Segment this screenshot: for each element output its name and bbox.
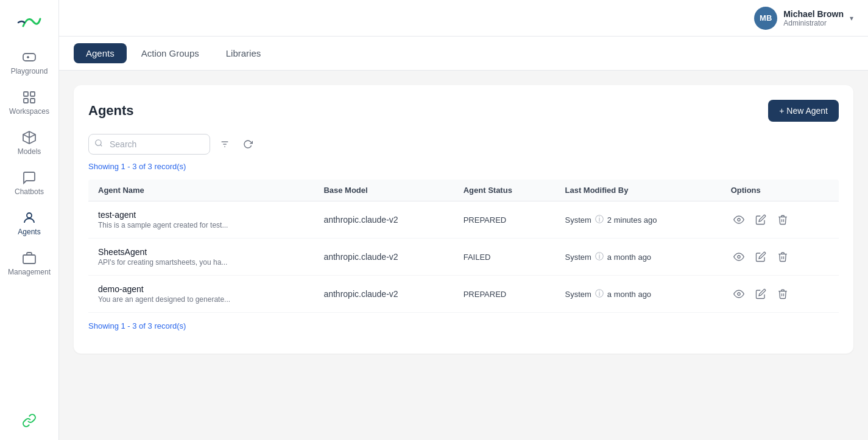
base-model-cell-0: anthropic.claude-v2 <box>314 201 453 239</box>
agent-desc-2: You are an agent designed to generate... <box>98 295 304 304</box>
agents-icon <box>22 211 37 225</box>
records-count-top: Showing 1 - 3 of 3 record(s) <box>88 162 839 171</box>
sidebar-item-workspaces-label: Workspaces <box>9 107 49 116</box>
modified-time-1: a month ago <box>607 253 651 262</box>
modified-cell-0: System ⓘ 2 minutes ago <box>555 201 721 239</box>
view-button-1[interactable] <box>731 249 747 265</box>
svg-rect-4 <box>30 99 35 103</box>
svg-rect-1 <box>24 92 28 96</box>
agent-name-cell-2: demo-agent You are an agent designed to … <box>88 276 314 313</box>
sidebar-item-chatbots[interactable]: Chatbots <box>0 163 58 203</box>
content-area: Agents + New Agent <box>59 71 868 440</box>
svg-point-6 <box>96 140 101 145</box>
modified-time-2: a month ago <box>607 290 651 299</box>
user-role: Administrator <box>783 19 844 27</box>
gamepad-icon <box>22 50 37 65</box>
status-cell-2: PREPARED <box>454 276 556 313</box>
sidebar-item-models[interactable]: Models <box>0 123 58 163</box>
svg-rect-2 <box>30 92 35 96</box>
col-agent-status: Agent Status <box>454 180 556 201</box>
sidebar-item-management-label: Management <box>8 268 51 276</box>
options-cell-0 <box>721 201 839 239</box>
trash-icon-1 <box>777 251 788 262</box>
modified-cell-2: System ⓘ a month ago <box>555 276 721 313</box>
workspaces-icon <box>22 90 37 105</box>
sidebar-item-playground[interactable]: Playground <box>0 43 58 83</box>
info-icon-0: ⓘ <box>595 214 604 225</box>
col-base-model: Base Model <box>314 180 453 201</box>
tab-libraries[interactable]: Libraries <box>214 43 273 63</box>
content-header: Agents + New Agent <box>88 100 839 122</box>
agent-name-1: SheetsAgent <box>98 247 304 257</box>
edit-icon-0 <box>755 214 766 225</box>
modified-cell-1: System ⓘ a month ago <box>555 239 721 276</box>
filter-icon <box>220 139 230 149</box>
col-agent-name: Agent Name <box>88 180 314 201</box>
table-row: test-agent This is a sample agent create… <box>88 201 839 239</box>
edit-icon-2 <box>755 288 766 299</box>
new-agent-button[interactable]: + New Agent <box>768 100 839 122</box>
sidebar-item-management[interactable]: Management <box>0 243 58 284</box>
modifier-name-1: System <box>565 253 591 262</box>
svg-point-11 <box>737 256 740 259</box>
agent-name-cell-1: SheetsAgent API's for creating smartshee… <box>88 239 314 276</box>
delete-button-2[interactable] <box>775 286 791 302</box>
chevron-down-icon: ▾ <box>850 14 853 23</box>
delete-button-1[interactable] <box>775 249 791 265</box>
chatbots-icon <box>22 170 37 185</box>
avatar: MB <box>754 7 777 30</box>
user-menu[interactable]: MB Michael Brown Administrator ▾ <box>754 7 853 30</box>
svg-rect-3 <box>24 99 28 103</box>
col-last-modified: Last Modified By <box>555 180 721 201</box>
tab-bar: Agents Action Groups Libraries <box>59 37 868 71</box>
sidebar-item-agents-label: Agents <box>18 228 40 236</box>
edit-button-1[interactable] <box>753 249 769 265</box>
sidebar-item-models-label: Models <box>18 147 41 156</box>
records-count-bottom: Showing 1 - 3 of 3 record(s) <box>88 321 839 330</box>
search-area <box>88 134 839 155</box>
header: MB Michael Brown Administrator ▾ <box>59 0 868 37</box>
edit-button-0[interactable] <box>753 212 769 228</box>
status-cell-0: PREPARED <box>454 201 556 239</box>
view-button-0[interactable] <box>731 212 747 228</box>
tab-action-groups[interactable]: Action Groups <box>129 43 211 63</box>
modifier-name-2: System <box>565 290 591 299</box>
edit-button-2[interactable] <box>753 286 769 302</box>
agent-name-2: demo-agent <box>98 284 304 294</box>
delete-button-0[interactable] <box>775 212 791 228</box>
agents-table: Agent Name Base Model Agent Status Last … <box>88 180 839 313</box>
search-input[interactable] <box>88 134 210 155</box>
view-button-2[interactable] <box>731 286 747 302</box>
user-info: Michael Brown Administrator <box>783 9 844 27</box>
info-icon-2: ⓘ <box>595 288 604 299</box>
status-badge-0: PREPARED <box>464 215 507 225</box>
sidebar-item-workspaces[interactable]: Workspaces <box>0 83 58 123</box>
options-cell-2 <box>721 276 839 313</box>
agent-desc-0: This is a sample agent created for test.… <box>98 221 304 229</box>
refresh-icon <box>243 139 253 149</box>
sidebar-bottom-link[interactable] <box>22 413 37 440</box>
refresh-button[interactable] <box>239 136 256 153</box>
svg-point-5 <box>27 213 32 218</box>
eye-icon-1 <box>733 251 744 262</box>
agent-name-0: test-agent <box>98 210 304 220</box>
sidebar-item-agents[interactable]: Agents <box>0 203 58 243</box>
tab-agents[interactable]: Agents <box>74 43 127 63</box>
col-options: Options <box>721 180 839 201</box>
sidebar-item-chatbots-label: Chatbots <box>15 187 44 196</box>
agent-name-cell-0: test-agent This is a sample agent create… <box>88 201 314 239</box>
modifier-name-0: System <box>565 215 591 225</box>
app-logo <box>14 6 44 37</box>
management-icon <box>22 251 37 265</box>
eye-icon-0 <box>733 214 744 225</box>
svg-point-12 <box>737 293 740 296</box>
svg-point-10 <box>737 218 740 222</box>
page-title: Agents <box>88 103 134 119</box>
filter-button[interactable] <box>216 136 233 153</box>
search-wrapper <box>88 134 210 155</box>
link-icon <box>22 413 37 428</box>
sidebar: Playground Workspaces Models Chatbots Ag… <box>0 0 59 440</box>
modified-time-0: 2 minutes ago <box>607 215 657 225</box>
trash-icon-0 <box>777 214 788 225</box>
main-area: MB Michael Brown Administrator ▾ Agents … <box>59 0 868 440</box>
